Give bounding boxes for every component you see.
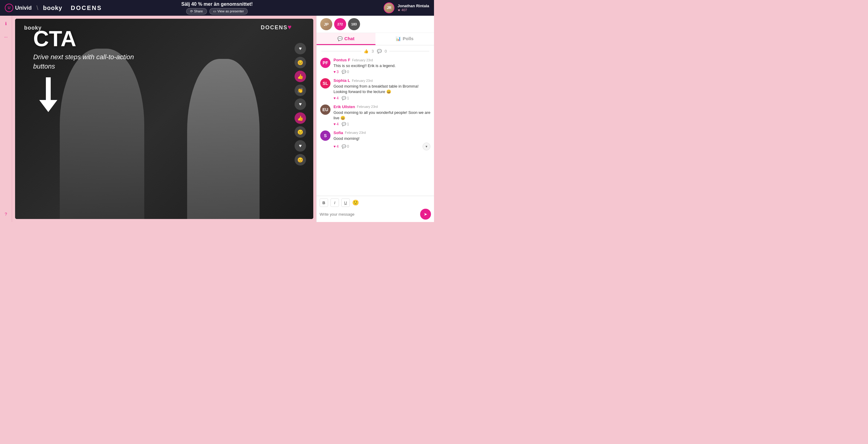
audience-count-label-1: 272 bbox=[337, 22, 343, 26]
chat-separator-top: 👍 3 💬 0 bbox=[320, 49, 430, 54]
msg-text-4: Good morning! bbox=[334, 136, 430, 141]
chat-message-2: SL Sophia L February 23rd Good morning f… bbox=[320, 78, 430, 100]
msg-author-3: Erik Ullsten bbox=[334, 105, 355, 109]
audience-count-badge-2: 183 bbox=[348, 18, 360, 30]
msg-like-4[interactable]: ♥ 4 bbox=[334, 144, 339, 149]
share-button[interactable]: ⟳ Share bbox=[186, 8, 207, 14]
polls-tab-label: Polls bbox=[403, 36, 413, 41]
audience-avatar-1: JP bbox=[320, 18, 332, 30]
sidebar-more-icon[interactable]: ··· bbox=[2, 33, 10, 41]
sidebar-info-icon[interactable]: ℹ bbox=[2, 19, 10, 28]
like-icon-2: ♥ bbox=[334, 96, 336, 100]
msg-header-1: Pontus F February 23rd bbox=[334, 58, 430, 62]
share-label: Share bbox=[194, 9, 203, 13]
msg-comment-3[interactable]: 💬 1 bbox=[342, 122, 349, 126]
view-as-presenter-button[interactable]: ▭ View as presenter bbox=[209, 8, 248, 14]
reaction-btn-smiley[interactable]: 😊 bbox=[294, 57, 306, 68]
chat-message-4: S Sofia February 23rd Good morning! ♥ 4 … bbox=[320, 130, 430, 150]
like-icon-3: ♥ bbox=[334, 122, 336, 126]
msg-reactions-2: ♥ 4 💬 1 bbox=[334, 96, 430, 100]
msg-header-3: Erik Ullsten February 23rd bbox=[334, 105, 430, 109]
sep-counts: 👍 3 💬 0 bbox=[364, 49, 386, 54]
comment-count-1: 0 bbox=[347, 70, 349, 74]
tab-chat[interactable]: 💬 Chat bbox=[317, 33, 375, 45]
chat-tab-icon: 💬 bbox=[337, 36, 343, 41]
brand-logo-area: U Univid \ booky DOCENS bbox=[5, 4, 102, 12]
msg-avatar-2: SL bbox=[320, 78, 331, 89]
comment-count-3: 1 bbox=[347, 122, 349, 126]
sep-comment-icon: 💬 bbox=[377, 49, 382, 54]
msg-like-2[interactable]: ♥ 4 bbox=[334, 96, 339, 100]
format-bold-button[interactable]: B bbox=[320, 199, 328, 207]
msg-header-2: Sophia L February 23rd bbox=[334, 78, 430, 83]
reaction-btn-face[interactable]: 😐 bbox=[294, 126, 306, 138]
like-icon-4: ♥ bbox=[334, 144, 336, 149]
reaction-btn-heart-top[interactable]: ♥ bbox=[294, 43, 306, 54]
nav-actions: ⟳ Share ▭ View as presenter bbox=[186, 8, 248, 14]
user-info: Jonathan Rintala ★ 407 bbox=[398, 4, 429, 12]
msg-author-1: Pontus F bbox=[334, 58, 350, 62]
video-container: booky DOCENS♥ CTA Drive next steps with … bbox=[15, 19, 313, 219]
polls-tab-icon: 📊 bbox=[396, 36, 401, 41]
send-icon: ➤ bbox=[424, 212, 427, 216]
msg-text-2: Good morning from a breakfast table in B… bbox=[334, 84, 430, 94]
msg-reactions-4: ♥ 4 💬 0 ▾ bbox=[334, 143, 430, 150]
audience-count-badge-1: 272 bbox=[334, 18, 346, 30]
comment-icon-1: 💬 bbox=[342, 70, 346, 74]
msg-avatar-4: S bbox=[320, 130, 331, 141]
format-italic-button[interactable]: I bbox=[331, 199, 339, 207]
msg-author-2: Sophia L bbox=[334, 78, 350, 83]
msg-time-3: February 23rd bbox=[357, 105, 378, 109]
video-logo-docens: DOCENS♥ bbox=[261, 23, 292, 31]
msg-comment-4[interactable]: 💬 0 bbox=[342, 144, 349, 149]
msg-comment-2[interactable]: 💬 1 bbox=[342, 96, 349, 100]
send-button[interactable]: ➤ bbox=[420, 209, 431, 219]
right-panel: JP 272 183 💬 Chat 📊 Polls 👍 3 💬 0 bbox=[316, 16, 434, 222]
reaction-btn-heart-mid[interactable]: ♥ bbox=[294, 98, 306, 110]
user-avatar: JR bbox=[383, 2, 395, 13]
format-underline-button[interactable]: U bbox=[341, 199, 350, 207]
comment-count-2: 1 bbox=[347, 96, 349, 100]
comment-icon-3: 💬 bbox=[342, 122, 346, 126]
brand-docens: DOCENS bbox=[71, 4, 102, 11]
emoji-picker-button[interactable]: 🙂 bbox=[352, 199, 359, 206]
presenter-icon: ▭ bbox=[213, 9, 216, 13]
msg-like-1[interactable]: ♥ 3 bbox=[334, 70, 339, 74]
tab-polls[interactable]: 📊 Polls bbox=[375, 33, 434, 45]
view-presenter-label: View as presenter bbox=[217, 9, 244, 13]
brand-booky: booky bbox=[43, 4, 62, 11]
reaction-btn-thumbsup2[interactable]: 👍 bbox=[294, 112, 306, 124]
top-navigation: U Univid \ booky DOCENS Sälj 40 % mer än… bbox=[0, 0, 434, 16]
comment-count-4: 0 bbox=[347, 144, 349, 149]
reaction-btn-clap[interactable]: 👏 bbox=[294, 85, 306, 96]
cta-title: CTA bbox=[33, 28, 148, 50]
msg-author-4: Sofia bbox=[334, 130, 343, 135]
msg-text-3: Good morning to all you wonderful people… bbox=[334, 110, 430, 121]
msg-comment-1[interactable]: 💬 0 bbox=[342, 70, 349, 74]
reaction-btn-thumbsup[interactable]: 👍 bbox=[294, 71, 306, 82]
sidebar-help-icon[interactable]: ? bbox=[2, 210, 10, 218]
univid-logo-icon: U bbox=[5, 4, 13, 12]
sep-like-icon: 👍 bbox=[364, 49, 369, 54]
chat-input-field[interactable] bbox=[320, 210, 418, 218]
docens-heart: ♥ bbox=[288, 23, 292, 31]
like-count-3: 4 bbox=[337, 122, 339, 126]
reaction-btn-heart-bot[interactable]: ♥ bbox=[294, 140, 306, 152]
msg-expand-btn-4[interactable]: ▾ bbox=[423, 143, 430, 150]
msg-text-1: This is so exciting!! Erik is a legend. bbox=[334, 63, 430, 68]
chat-messages: 👍 3 💬 0 PF Pontus F February 23rd This i… bbox=[317, 45, 434, 196]
like-icon-1: ♥ bbox=[334, 70, 336, 74]
msg-avatar-3: EU bbox=[320, 105, 331, 115]
chat-message-1: PF Pontus F February 23rd This is so exc… bbox=[320, 58, 430, 74]
reaction-btn-face2[interactable]: 😊 bbox=[294, 154, 306, 166]
cta-arrow bbox=[33, 77, 148, 118]
chat-toolbar: B I U 🙂 bbox=[320, 199, 431, 207]
user-points: ★ 407 bbox=[398, 8, 429, 12]
comment-icon-4: 💬 bbox=[342, 144, 346, 149]
msg-reactions-1: ♥ 3 💬 0 bbox=[334, 70, 430, 74]
like-count-4: 4 bbox=[337, 144, 339, 149]
user-name: Jonathan Rintala bbox=[398, 4, 429, 8]
msg-like-3[interactable]: ♥ 4 bbox=[334, 122, 339, 126]
like-count-2: 4 bbox=[337, 96, 339, 100]
msg-time-1: February 23rd bbox=[352, 58, 373, 62]
